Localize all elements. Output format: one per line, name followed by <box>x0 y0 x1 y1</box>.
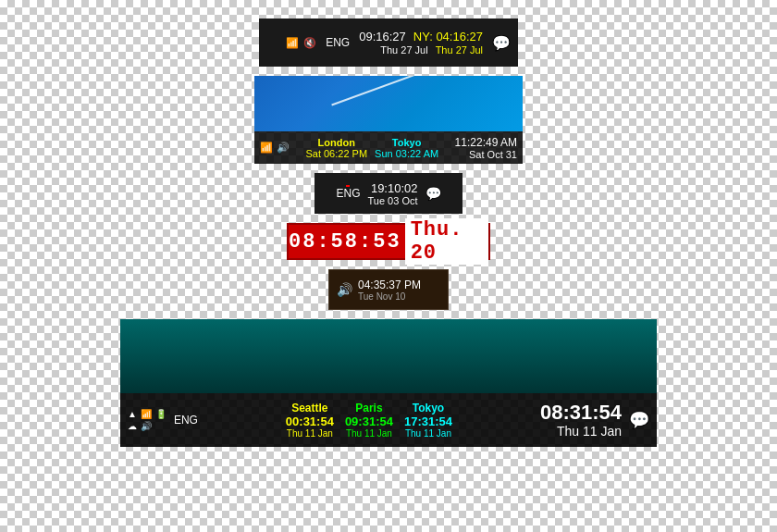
up-arrow-icon: ▲ <box>128 409 137 419</box>
seattle-name: Seattle <box>291 402 327 414</box>
taskbar-widget-6: ▲ 📶 🔋 ☁ 🔊 ENG Seattle 00:31:54 Thu 11 Ja… <box>120 393 657 447</box>
tokyo6-time: 17:31:54 <box>404 414 452 428</box>
tokyo-name: Tokyo <box>392 137 422 148</box>
volume-icon-5: 🔊 <box>337 282 352 297</box>
tokyo6-date: Thu 11 Jan <box>405 428 451 439</box>
main-time-5: 04:35:37 PM <box>358 278 421 291</box>
taskbar-widget-6-container: ▲ 📶 🔋 ☁ 🔊 ENG Seattle 00:31:54 Thu 11 Ja… <box>120 319 657 447</box>
icons-row-top: ▲ 📶 🔋 <box>128 409 166 419</box>
ny-date-1: Thu 27 Jul <box>436 44 483 56</box>
tokyo-time: Sun 03:22 AM <box>375 148 438 159</box>
notification-icon-1[interactable]: 💬 <box>492 34 511 52</box>
tokyo6-name: Tokyo <box>413 402 444 414</box>
time-block-5: 04:35:37 PM Tue Nov 10 <box>358 278 421 302</box>
desktop-background-6 <box>120 319 657 393</box>
paris-time: 09:31:54 <box>345 414 393 428</box>
london-block: London Sat 06:22 PM <box>305 137 367 159</box>
taskbar-widget-2: 📶 🔊 London Sat 06:22 PM Tokyo Sun 03:22 … <box>254 131 523 164</box>
time-block-3: 19:10:02 Tue 03 Oct <box>368 181 418 206</box>
london-name: London <box>318 137 355 148</box>
cities-6: Seattle 00:31:54 Thu 11 Jan Paris 09:31:… <box>205 402 533 439</box>
time-block-1: 09:16:27 NY: 04:16:27 Thu 27 Jul Thu 27 … <box>359 30 483 56</box>
paris-date: Thu 11 Jan <box>346 428 392 439</box>
taskbar-widget-2-container: 📶 🔊 London Sat 06:22 PM Tokyo Sun 03:22 … <box>254 76 523 164</box>
main-time-block-2: 11:22:49 AM Sat Oct 31 <box>455 136 517 160</box>
cities-2: London Sat 06:22 PM Tokyo Sun 03:22 AM <box>295 137 450 159</box>
volume-icon-6: 🔊 <box>141 421 152 431</box>
london-time: Sat 06:22 PM <box>305 148 367 159</box>
tokyo6-block: Tokyo 17:31:54 Thu 11 Jan <box>404 402 452 439</box>
digital-day: Thu. 20 <box>405 218 488 265</box>
main-date-5: Tue Nov 10 <box>358 291 421 302</box>
language-indicator-1[interactable]: ENG <box>326 36 350 49</box>
wifi-icon-6: 📶 <box>141 409 152 419</box>
paris-name: Paris <box>355 402 382 414</box>
main-date-1: Thu 27 Jul <box>380 44 427 56</box>
main-time-block-6: 08:31:54 Thu 11 Jan <box>540 402 622 439</box>
wifi-icon-2: 📶 <box>260 142 273 154</box>
seattle-block: Seattle 00:31:54 Thu 11 Jan <box>286 402 334 439</box>
seattle-date: Thu 11 Jan <box>287 428 333 439</box>
desktop-background-2 <box>254 76 523 131</box>
main-date-3: Tue 03 Oct <box>368 195 418 206</box>
digital-time: 08:58:53 <box>289 230 401 254</box>
wifi-icon: 📶 <box>286 37 299 49</box>
battery-icon-6: 🔋 <box>155 409 166 419</box>
paris-block: Paris 09:31:54 Thu 11 Jan <box>345 402 393 439</box>
volume-icon-2: 🔊 <box>277 142 290 154</box>
cloud-icon: ☁ <box>128 421 137 431</box>
notification-icon-6[interactable]: 💬 <box>629 410 649 430</box>
notification-icon-3[interactable]: 💬 <box>426 186 441 201</box>
digital-clock-widget: 08:58:53 Thu. 20 <box>287 223 490 260</box>
left-icons-6: ▲ 📶 🔋 ☁ 🔊 <box>128 409 166 431</box>
taskbar-widget-1: 📶 🔇 ENG 09:16:27 NY: 04:16:27 Thu 27 Jul… <box>259 19 518 67</box>
main-time-2: 11:22:49 AM <box>455 136 517 149</box>
icons-row-bottom: ☁ 🔊 <box>128 421 166 431</box>
taskbar-widget-5: 🔊 04:35:37 PM Tue Nov 10 <box>328 269 449 310</box>
ny-label-1: NY: 04:16:27 <box>413 30 483 44</box>
main-date-6: Thu 11 Jan <box>557 424 622 439</box>
main-time-1: 09:16:27 <box>359 30 406 44</box>
system-icons-1: 📶 🔇 <box>286 37 316 49</box>
volume-icon: 🔇 <box>303 37 316 49</box>
language-indicator-3[interactable]: ENG <box>336 187 360 200</box>
system-icons-2: 📶 🔊 <box>260 142 290 154</box>
main-time-3: 19:10:02 <box>371 181 418 195</box>
main-date-2: Sat Oct 31 <box>469 149 517 160</box>
language-indicator-6[interactable]: ENG <box>174 414 198 427</box>
taskbar-widget-3: ENG 19:10:02 Tue 03 Oct 💬 <box>314 173 462 214</box>
seattle-time: 00:31:54 <box>286 414 334 428</box>
main-time-6: 08:31:54 <box>540 402 622 424</box>
tokyo-block: Tokyo Sun 03:22 AM <box>375 137 438 159</box>
